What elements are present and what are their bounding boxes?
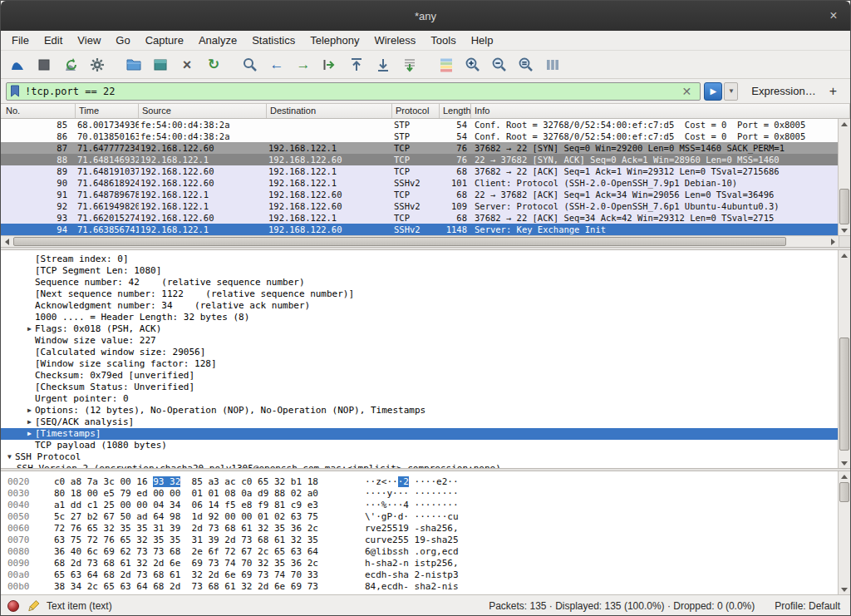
packet-row[interactable]: 88 71.648146932 192.168.122.1 192.168.12… bbox=[1, 154, 839, 165]
expression-button[interactable]: Expression… bbox=[751, 85, 815, 97]
detail-line[interactable]: ▶ Options: (12 bytes), No-Operation (NOP… bbox=[1, 405, 839, 416]
detail-line[interactable]: ▶ [SEQ/ACK analysis] bbox=[1, 416, 839, 428]
titlebar[interactable]: *any × bbox=[1, 1, 850, 31]
expander-icon[interactable]: ▶ bbox=[24, 428, 35, 440]
hex-row[interactable]: 0080 36 40 6c 69 62 73 73 68 2e 6f 72 67… bbox=[1, 546, 839, 558]
expander-icon[interactable] bbox=[24, 312, 35, 323]
filter-clear-icon[interactable]: ✕ bbox=[677, 85, 697, 98]
capture-options-button[interactable] bbox=[85, 53, 110, 76]
go-first-button[interactable] bbox=[344, 53, 369, 76]
stop-capture-button[interactable] bbox=[32, 53, 57, 76]
packet-list-hscrollbar[interactable] bbox=[1, 235, 850, 247]
expander-icon[interactable] bbox=[24, 277, 35, 288]
expander-icon[interactable] bbox=[24, 440, 35, 451]
save-file-button[interactable] bbox=[148, 53, 173, 76]
packet-row[interactable]: 85 68.001734936 fe:54:00:d4:38:2a STP 54… bbox=[1, 119, 839, 131]
detail-line[interactable]: ▶ [Timestamps] bbox=[1, 428, 839, 440]
colorize-button[interactable] bbox=[434, 53, 459, 76]
detail-line[interactable]: 1000 .... = Header Length: 32 bytes (8) bbox=[1, 312, 839, 323]
go-last-button[interactable] bbox=[371, 53, 396, 76]
detail-line[interactable]: Acknowledgment number: 34 (relative ack … bbox=[1, 300, 839, 312]
go-forward-button[interactable]: → bbox=[291, 53, 316, 76]
window-close-icon[interactable]: × bbox=[825, 7, 842, 24]
expander-icon[interactable] bbox=[24, 335, 35, 347]
expander-icon[interactable] bbox=[6, 463, 17, 468]
menu-item[interactable]: Analyze bbox=[191, 32, 244, 49]
zoom-100-button[interactable] bbox=[514, 53, 539, 76]
column-header-destination[interactable]: Destination bbox=[267, 104, 392, 118]
column-header-source[interactable]: Source bbox=[139, 104, 267, 118]
detail-line[interactable]: Checksum: 0x79ed [unverified] bbox=[1, 370, 839, 382]
hex-row[interactable]: 0050 5c 27 b2 67 50 ad 64 98 1d 92 00 00… bbox=[1, 511, 839, 523]
capture-comment-pencil-icon[interactable] bbox=[26, 599, 40, 614]
hex-row[interactable]: 0090 68 2d 73 68 61 32 2d 6e 69 73 74 70… bbox=[1, 558, 839, 569]
expander-icon[interactable]: ▶ bbox=[24, 416, 35, 428]
close-file-button[interactable]: × bbox=[175, 53, 199, 76]
scroll-up-icon[interactable] bbox=[839, 250, 850, 260]
detail-line[interactable]: [Stream index: 0] bbox=[1, 254, 839, 265]
filter-apply-button[interactable]: ▶ bbox=[704, 82, 722, 101]
menu-item[interactable]: Statistics bbox=[244, 32, 303, 49]
column-header-time[interactable]: Time bbox=[76, 104, 139, 118]
menu-item[interactable]: View bbox=[70, 32, 108, 49]
detail-line[interactable]: ▼ SSH Protocol bbox=[1, 451, 839, 463]
column-header-info[interactable]: Info bbox=[471, 104, 850, 118]
packet-row[interactable]: 92 71.661949820 192.168.122.1 192.168.12… bbox=[1, 200, 839, 212]
scroll-up-icon[interactable] bbox=[839, 119, 850, 129]
scroll-down-icon[interactable] bbox=[839, 458, 850, 468]
packet-list-scrollbar[interactable] bbox=[838, 119, 850, 235]
column-header-protocol[interactable]: Protocol bbox=[392, 104, 440, 118]
go-to-packet-button[interactable] bbox=[317, 53, 342, 76]
menu-item[interactable]: Edit bbox=[37, 32, 70, 49]
expander-icon[interactable] bbox=[24, 393, 35, 405]
start-capture-button[interactable] bbox=[5, 53, 30, 76]
detail-line[interactable]: [Next sequence number: 1122 (relative se… bbox=[1, 288, 839, 300]
expander-icon[interactable] bbox=[24, 382, 35, 393]
hex-row[interactable]: 0060 72 76 65 32 35 35 31 39 2d 73 68 61… bbox=[1, 523, 839, 535]
detail-line[interactable]: ▶ Flags: 0x018 (PSH, ACK) bbox=[1, 323, 839, 335]
reload-file-button[interactable]: ↻ bbox=[201, 53, 226, 76]
display-filter-input[interactable]: !tcp.port == 22 ✕ bbox=[6, 82, 701, 101]
find-packet-button[interactable] bbox=[238, 53, 263, 76]
filter-dropdown-button[interactable]: ▼ bbox=[724, 82, 738, 101]
detail-line[interactable]: [Checksum Status: Unverified] bbox=[1, 382, 839, 393]
restart-capture-button[interactable] bbox=[58, 53, 83, 76]
add-filter-button[interactable]: + bbox=[828, 84, 845, 99]
packet-row[interactable]: 89 71.648191037 192.168.122.60 192.168.1… bbox=[1, 165, 839, 177]
menu-item[interactable]: Wireless bbox=[366, 32, 423, 49]
expander-icon[interactable] bbox=[24, 265, 35, 277]
filter-text[interactable]: !tcp.port == 22 bbox=[25, 86, 677, 97]
packet-row[interactable]: 86 70.013850163 fe:54:00:d4:38:2a STP 54… bbox=[1, 131, 839, 142]
detail-line[interactable]: Urgent pointer: 0 bbox=[1, 393, 839, 405]
expander-icon[interactable] bbox=[24, 358, 35, 370]
scroll-down-icon[interactable] bbox=[839, 225, 850, 235]
hex-row[interactable]: 0020 c0 a8 7a 3c 00 16 93 32 85 a3 ac c0… bbox=[1, 476, 839, 488]
scroll-right-icon[interactable] bbox=[827, 236, 839, 247]
menu-item[interactable]: Go bbox=[108, 32, 137, 49]
scroll-left-icon[interactable] bbox=[1, 236, 12, 247]
hscroll-thumb[interactable] bbox=[13, 237, 786, 246]
hex-row[interactable]: 0030 80 18 00 e5 79 ed 00 00 01 01 08 0a… bbox=[1, 488, 839, 500]
detail-line[interactable]: TCP payload (1080 bytes) bbox=[1, 440, 839, 451]
profile-button[interactable]: Profile: Default bbox=[775, 600, 840, 612]
menu-item[interactable]: Telephony bbox=[303, 32, 366, 49]
scroll-up-icon[interactable] bbox=[839, 471, 850, 481]
packet-row[interactable]: 91 71.648789678 192.168.122.1 192.168.12… bbox=[1, 189, 839, 200]
column-header-length[interactable]: Length bbox=[440, 104, 471, 118]
open-file-button[interactable] bbox=[121, 53, 146, 76]
detail-line[interactable]: Sequence number: 42 (relative sequence n… bbox=[1, 277, 839, 288]
menu-item[interactable]: Capture bbox=[138, 32, 191, 49]
detail-line[interactable]: Window size value: 227 bbox=[1, 335, 839, 347]
column-header-no[interactable]: No. bbox=[1, 104, 76, 118]
expander-icon[interactable]: ▼ bbox=[4, 451, 15, 463]
scroll-down-icon[interactable] bbox=[839, 584, 850, 594]
packet-list-scroll-thumb[interactable] bbox=[839, 189, 849, 224]
menu-item[interactable]: File bbox=[4, 32, 37, 49]
packet-row[interactable]: 87 71.647777234 192.168.122.60 192.168.1… bbox=[1, 142, 839, 154]
expander-icon[interactable] bbox=[24, 288, 35, 300]
hex-row[interactable]: 0040 a1 dd c1 25 00 00 04 34 06 14 f5 e8… bbox=[1, 500, 839, 511]
expander-icon[interactable] bbox=[24, 370, 35, 382]
hex-row[interactable]: 0070 63 75 72 76 65 32 35 35 31 39 2d 73… bbox=[1, 535, 839, 546]
hex-row[interactable]: 00a0 65 63 64 68 2d 73 68 61 32 2d 6e 69… bbox=[1, 569, 839, 581]
menu-item[interactable]: Help bbox=[464, 32, 501, 49]
